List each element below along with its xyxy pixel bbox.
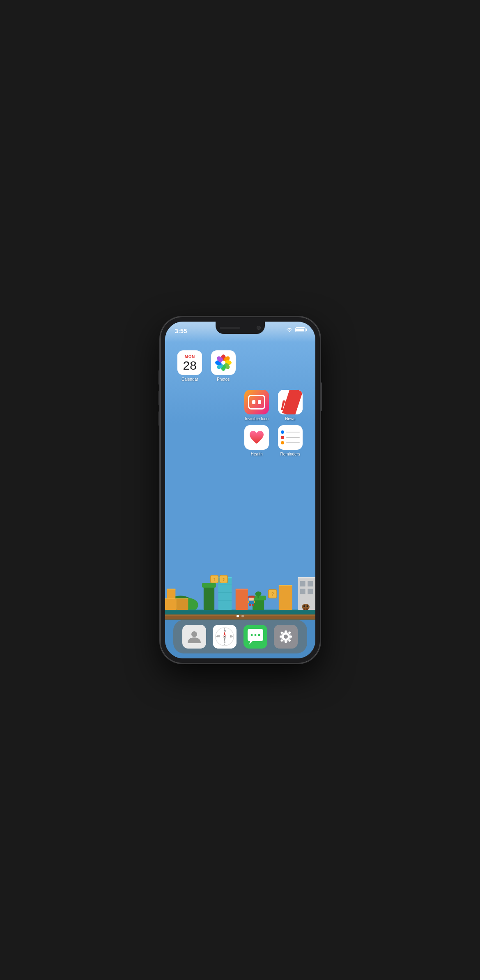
calendar-day: MON xyxy=(177,353,202,359)
page-dot-active xyxy=(237,615,239,617)
invisible-face xyxy=(248,395,265,409)
safari-icon-svg: N S E W xyxy=(213,625,237,649)
svg-point-65 xyxy=(221,361,225,365)
svg-rect-90 xyxy=(285,640,287,643)
app-invisible[interactable]: Invisible Icon xyxy=(240,390,274,421)
health-heart-svg xyxy=(249,430,264,445)
dock-safari[interactable]: N S E W xyxy=(213,625,237,649)
news-label: News xyxy=(285,416,295,421)
camera xyxy=(257,326,261,330)
svg-point-83 xyxy=(254,634,256,636)
page-indicator xyxy=(165,615,315,617)
news-icon[interactable]: N xyxy=(278,390,303,414)
reminder-row-2 xyxy=(281,436,300,439)
svg-text:E: E xyxy=(230,635,232,638)
app-calendar[interactable]: MON 28 Calendar xyxy=(173,350,207,382)
svg-point-80 xyxy=(224,636,225,637)
reminder-line-2 xyxy=(286,437,300,438)
photos-icon[interactable] xyxy=(211,350,236,375)
invisible-label: Invisible Icon xyxy=(245,416,269,421)
reminder-row-3 xyxy=(281,441,300,444)
reminder-line-3 xyxy=(286,442,300,443)
reminder-row-1 xyxy=(281,430,300,434)
settings-icon-svg xyxy=(274,625,298,649)
svg-rect-91 xyxy=(280,636,282,638)
svg-rect-89 xyxy=(285,630,287,633)
wifi-icon xyxy=(286,327,293,332)
battery-icon xyxy=(295,327,305,332)
calendar-label: Calendar xyxy=(181,377,198,382)
battery-fill xyxy=(296,329,304,331)
svg-text:W: W xyxy=(217,635,220,638)
settings-dock-icon[interactable] xyxy=(274,625,298,649)
invisible-eye-left xyxy=(252,400,255,404)
app-reminders[interactable]: Reminders xyxy=(273,425,307,456)
messages-dock-icon[interactable] xyxy=(243,625,267,649)
phone-frame: ? xyxy=(160,317,320,663)
calendar-icon[interactable]: MON 28 xyxy=(177,350,202,375)
dock-messages[interactable] xyxy=(243,625,267,649)
app-grid: MON 28 Calendar xyxy=(165,346,315,617)
invisible-icon[interactable] xyxy=(244,390,269,414)
reminder-line-1 xyxy=(286,432,300,432)
app-health[interactable]: Health xyxy=(240,425,274,456)
invisible-eye-right xyxy=(258,400,261,404)
svg-point-67 xyxy=(191,631,197,637)
speaker xyxy=(220,327,240,329)
reminder-dot-blue xyxy=(281,430,284,434)
reminders-list xyxy=(281,430,300,444)
status-icons xyxy=(286,327,305,332)
photos-label: Photos xyxy=(217,377,230,382)
reminders-label: Reminders xyxy=(280,452,300,456)
photos-flower-svg xyxy=(214,353,233,373)
dock-settings[interactable] xyxy=(274,625,298,649)
contacts-dock-icon[interactable] xyxy=(182,625,206,649)
messages-icon-svg xyxy=(243,625,267,649)
svg-point-88 xyxy=(284,635,288,639)
dock-contacts[interactable] xyxy=(182,625,206,649)
news-n-letter: N xyxy=(281,398,291,412)
health-label: Health xyxy=(251,452,263,456)
notch xyxy=(216,322,265,334)
svg-point-82 xyxy=(250,634,253,636)
reminders-icon[interactable] xyxy=(278,425,303,450)
phone-screen: ? xyxy=(165,322,315,658)
contacts-icon-svg xyxy=(186,628,202,645)
app-news[interactable]: N News xyxy=(273,390,307,421)
reminder-dot-orange xyxy=(281,441,284,444)
safari-dock-icon[interactable]: N S E W xyxy=(213,625,237,649)
page-dot-inactive xyxy=(241,615,244,617)
dock: N S E W xyxy=(173,620,307,653)
app-photos[interactable]: Photos xyxy=(207,350,240,382)
svg-point-84 xyxy=(258,634,260,636)
calendar-date: 28 xyxy=(183,359,197,372)
reminder-dot-red xyxy=(281,436,284,439)
health-icon[interactable] xyxy=(244,425,269,450)
svg-rect-92 xyxy=(289,636,292,638)
